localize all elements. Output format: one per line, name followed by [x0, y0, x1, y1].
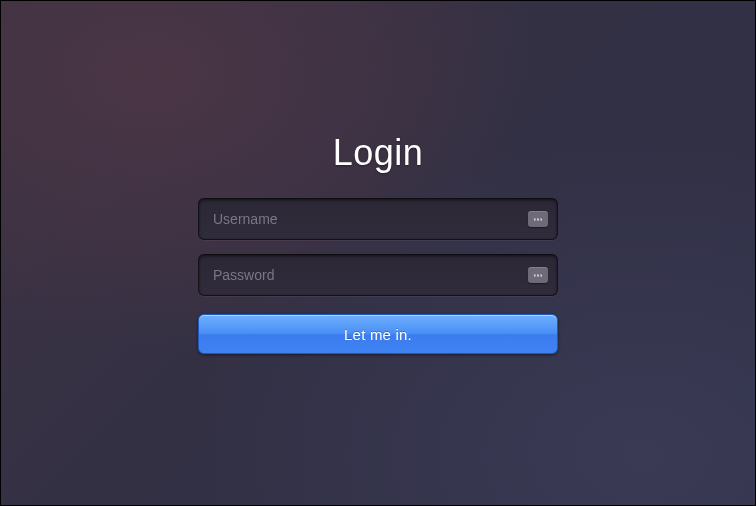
username-field-wrap: [198, 198, 558, 240]
autofill-icon[interactable]: [528, 267, 548, 283]
submit-button[interactable]: Let me in.: [198, 314, 558, 354]
login-card: Login Let me in.: [198, 132, 558, 354]
autofill-icon[interactable]: [528, 211, 548, 227]
password-field-wrap: [198, 254, 558, 296]
password-input[interactable]: [198, 254, 558, 296]
login-title: Login: [333, 132, 424, 174]
username-input[interactable]: [198, 198, 558, 240]
